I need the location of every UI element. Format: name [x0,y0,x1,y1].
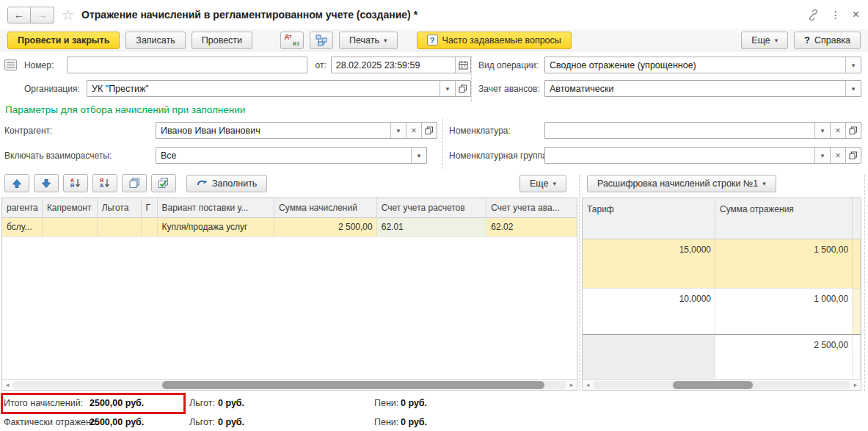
scroll-right-icon[interactable]: ▸ [568,381,575,388]
fill-arrow-icon [197,178,208,188]
post-button[interactable]: Провести [192,32,252,49]
post-and-close-button[interactable]: Провести и закрыть [7,32,120,49]
nomenclature-field[interactable]: ▾ × [544,122,861,139]
arrow-up-icon [12,178,22,189]
column-header[interactable]: Вариант поставки у... [158,198,275,217]
more-button-left-grid[interactable]: Еще▾ [519,175,566,192]
cell-reflection-total[interactable]: 2 500,00 [715,335,853,379]
column-header[interactable]: рагента [2,198,43,217]
write-button[interactable]: Записать [125,32,185,49]
cell-reflection-sum[interactable]: 1 000,00 [715,289,853,334]
cell-tariff[interactable]: 15,0000 [583,239,715,288]
penalties-label: Пени: [374,417,398,427]
table-row[interactable]: 15,0000 1 500,00 [583,239,861,288]
total-row[interactable]: 2 500,00 [583,334,861,379]
select-all-button[interactable] [151,174,176,192]
cell-settlement-account[interactable]: 62.01 [377,218,487,236]
mutual-settlements-field[interactable]: Все ▾ [156,147,427,164]
dropdown-icon[interactable]: ▾ [390,123,406,138]
column-header[interactable]: Сумма начислений [274,198,377,217]
sort-az-icon: АЯ [70,178,74,188]
back-button[interactable]: ← [7,7,31,23]
operation-kind-label: Вид операции: [478,60,544,70]
more-button-top[interactable]: Еще▾ [741,32,788,49]
dropdown-icon[interactable]: ▾ [845,57,861,73]
dropdown-icon[interactable]: ▾ [814,148,830,163]
dropdown-icon[interactable]: ▾ [440,81,455,96]
print-button[interactable]: Печать▾ [339,32,397,49]
cell-tariff-total[interactable] [583,335,715,379]
cell-supply-variant[interactable]: Купля/продажа услуг [158,218,275,236]
column-header[interactable]: Льгота [98,198,142,217]
date-label: от: [315,60,326,70]
close-icon[interactable]: × [853,8,859,21]
link-icon[interactable] [807,9,819,21]
open-icon[interactable] [845,148,861,163]
advance-offset-field[interactable]: Автоматически ▾ [544,80,861,97]
cell-agent[interactable]: бслу... [2,218,43,236]
clear-icon[interactable]: × [830,123,845,138]
scroll-left-icon[interactable]: ◂ [4,381,11,388]
contractor-field[interactable]: Иванов Иван Иванович ▾ × [156,122,437,139]
calendar-icon[interactable] [455,57,470,73]
menu-dots-icon[interactable]: ⋮ [831,9,841,21]
scroll-left-icon[interactable]: ◂ [584,381,591,388]
clear-icon[interactable]: × [830,148,845,163]
chevron-down-icon: ▾ [762,180,766,187]
open-icon[interactable] [455,81,470,96]
arrow-down-icon [41,178,51,189]
sort-ascending-button[interactable]: АЯ [63,174,88,192]
help-button[interactable]: ? Справка [794,32,861,49]
organization-field[interactable]: УК "Престиж" ▾ [87,80,471,97]
forward-icon: → [37,9,48,21]
move-down-button[interactable] [34,174,59,192]
copy-rows-button[interactable] [122,174,147,192]
number-field[interactable] [67,57,308,73]
cell-accrual-sum[interactable]: 2 500,00 [274,218,377,236]
column-header[interactable]: Капремонт [43,198,98,217]
table-row[interactable]: бслу... Купля/продажа услуг 2 500,00 62.… [2,218,577,237]
cell-lgota[interactable] [98,218,142,236]
mutual-settlements-value: Все [156,148,411,163]
right-table-hscrollbar[interactable]: ◂ ▸ [583,379,861,390]
faq-button[interactable]: ? Часто задаваемые вопросы [417,32,572,49]
benefits-value: 0 руб. [218,417,244,427]
table-row[interactable]: 10,0000 1 000,00 [583,288,861,334]
forward-button[interactable]: → [31,7,54,23]
accruals-table: рагента Капремонт Льгота Г Вариант поста… [1,198,577,391]
column-header[interactable]: Г [142,198,158,217]
left-table-hscrollbar[interactable]: ◂ ▸ [2,379,577,390]
date-value: 28.02.2025 23:59:59 [332,57,455,73]
nomenclature-group-field[interactable]: ▾ × [544,147,861,164]
form-list-icon[interactable] [4,59,17,70]
operation-kind-field[interactable]: Сводное отражение (упрощенное) ▾ [544,57,861,73]
date-field[interactable]: 28.02.2025 23:59:59 [331,57,471,73]
scroll-right-icon[interactable]: ▸ [852,381,859,388]
fill-button[interactable]: Заполнить [186,175,267,192]
dropdown-icon[interactable]: ▾ [845,81,861,96]
open-icon[interactable] [845,123,861,138]
column-header[interactable]: Счет учета ава... [486,198,577,217]
cell-reflection-sum[interactable]: 1 500,00 [715,239,853,288]
breakdown-button[interactable]: Расшифровка начислений строки №1▾ [587,175,776,192]
cell-advance-account[interactable]: 62.02 [486,218,577,236]
sort-descending-button[interactable]: ЯА [92,174,117,192]
cell-tariff[interactable]: 10,0000 [583,289,715,334]
move-up-button[interactable] [4,174,29,192]
favorite-star-icon[interactable]: ☆ [62,8,74,22]
column-header[interactable]: Тариф [583,198,715,239]
scroll-thumb[interactable] [673,381,753,389]
open-icon[interactable] [421,123,437,138]
dropdown-icon[interactable]: ▾ [411,148,426,163]
cell-g[interactable] [142,218,158,236]
document-structure-button[interactable] [310,32,333,49]
clear-icon[interactable]: × [406,123,421,138]
organization-value: УК "Престиж" [87,81,440,96]
dtkt-postings-button[interactable]: ДтКт [280,32,304,49]
number-input[interactable] [68,57,307,73]
dropdown-icon[interactable]: ▾ [814,123,830,138]
cell-kapremont[interactable] [43,218,98,236]
column-header[interactable]: Сумма отражения [715,198,853,239]
column-header[interactable]: Счет учета расчетов [377,198,487,217]
scroll-thumb[interactable] [162,381,544,389]
